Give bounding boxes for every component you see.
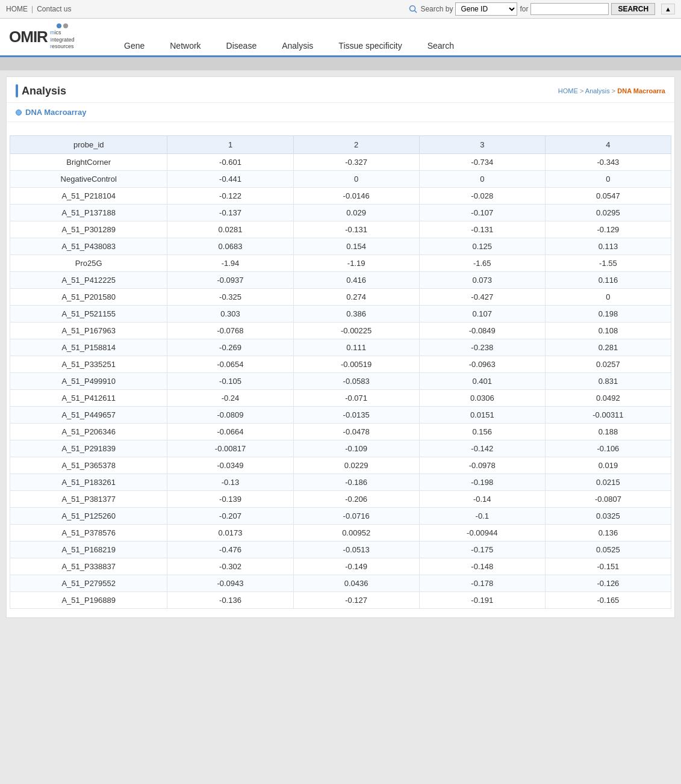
table-header: probe_id 1 2 3 4: [10, 136, 671, 154]
data-cell: -0.151: [545, 558, 671, 575]
data-cell: 0.0229: [293, 457, 419, 474]
probe-cell: A_51_P521155: [10, 306, 167, 323]
data-cell: -0.0849: [419, 323, 545, 339]
data-cell: -0.191: [419, 592, 545, 609]
data-cell: -0.0513: [293, 542, 419, 558]
header-row: probe_id 1 2 3 4: [10, 136, 671, 154]
probe-cell: A_51_P279552: [10, 575, 167, 592]
page-title-bar: Analysis HOME > Analysis > DNA Macroarra: [7, 77, 674, 103]
spacer: [7, 122, 674, 129]
data-cell: -0.00311: [545, 407, 671, 424]
table-row: A_51_P365378-0.03490.0229-0.09780.019: [10, 457, 671, 474]
data-cell: -0.24: [167, 390, 293, 407]
search-select[interactable]: Gene ID Gene Symbol Probe ID: [455, 2, 517, 16]
search-button[interactable]: SEARCH: [611, 3, 655, 15]
data-cell: 0.107: [419, 306, 545, 323]
table-row: BrightCorner-0.601-0.327-0.734-0.343: [10, 154, 671, 171]
data-cell: 0.0173: [167, 525, 293, 542]
data-cell: -0.206: [293, 491, 419, 508]
data-cell: 0.401: [419, 373, 545, 390]
probe-cell: A_51_P365378: [10, 457, 167, 474]
data-cell: 0.156: [419, 424, 545, 440]
table-row: A_51_P125260-0.207-0.0716-0.10.0325: [10, 508, 671, 525]
data-cell: -0.0135: [293, 407, 419, 424]
data-cell: -0.0349: [167, 457, 293, 474]
data-cell: -0.131: [293, 221, 419, 238]
data-cell: 0.00952: [293, 525, 419, 542]
data-cell: -0.0807: [545, 491, 671, 508]
data-cell: -0.0809: [167, 407, 293, 424]
probe-cell: A_51_P301289: [10, 221, 167, 238]
nav-search[interactable]: Search: [424, 36, 458, 57]
breadcrumb-home[interactable]: HOME: [558, 87, 578, 94]
search-label: Search by: [409, 5, 453, 14]
probe-cell: A_51_P335251: [10, 356, 167, 373]
home-link[interactable]: HOME: [6, 5, 28, 13]
probe-cell: BrightCorner: [10, 154, 167, 171]
header-col1: 1: [167, 136, 293, 154]
data-cell: -1.65: [419, 255, 545, 272]
data-cell: 0.0525: [545, 542, 671, 558]
data-cell: -0.325: [167, 289, 293, 306]
data-cell: -0.105: [167, 373, 293, 390]
data-cell: -0.441: [167, 171, 293, 188]
top-bar-links: HOME | Contact us: [6, 5, 72, 13]
scroll-up-button[interactable]: ▲: [661, 4, 675, 14]
data-cell: 0: [545, 171, 671, 188]
probe-cell: A_51_P168219: [10, 542, 167, 558]
table-row: A_51_P381377-0.139-0.206-0.14-0.0807: [10, 491, 671, 508]
divider: |: [31, 5, 33, 13]
data-cell: -0.327: [293, 154, 419, 171]
main-content: Analysis HOME > Analysis > DNA Macroarra…: [6, 76, 675, 618]
data-cell: 0.416: [293, 272, 419, 289]
data-cell: -0.107: [419, 205, 545, 221]
page-title-text: Analysis: [22, 85, 66, 97]
table-row: A_51_P291839-0.00817-0.109-0.142-0.106: [10, 440, 671, 457]
header-probe: probe_id: [10, 136, 167, 154]
data-cell: -0.126: [545, 575, 671, 592]
data-cell: 0.281: [545, 339, 671, 356]
data-cell: 0.0215: [545, 474, 671, 491]
search-input[interactable]: [530, 3, 609, 15]
data-cell: -0.13: [167, 474, 293, 491]
table-row: A_51_P338837-0.302-0.149-0.148-0.151: [10, 558, 671, 575]
data-cell: 0.0306: [419, 390, 545, 407]
data-cell: 0.111: [293, 339, 419, 356]
breadcrumb-section[interactable]: Analysis: [585, 87, 610, 94]
probe-cell: A_51_P201580: [10, 289, 167, 306]
header-col3: 3: [419, 136, 545, 154]
table-row: A_51_P183261-0.13-0.186-0.1980.0215: [10, 474, 671, 491]
data-cell: -0.122: [167, 188, 293, 205]
nav-tissue[interactable]: Tissue specificity: [335, 36, 405, 57]
header: OMIR mics Integrated resources Gene Netw…: [0, 19, 681, 57]
data-cell: 0.0257: [545, 356, 671, 373]
logo-brand: OMIR: [9, 28, 48, 46]
nav-network[interactable]: Network: [166, 36, 204, 57]
data-cell: -0.142: [419, 440, 545, 457]
data-cell: 0.274: [293, 289, 419, 306]
contact-link[interactable]: Contact us: [37, 5, 71, 13]
dot-1: [57, 23, 61, 28]
data-cell: 0.019: [545, 457, 671, 474]
data-cell: -1.19: [293, 255, 419, 272]
data-cell: 0.188: [545, 424, 671, 440]
search-area: Search by Gene ID Gene Symbol Probe ID f…: [409, 2, 655, 16]
probe-cell: A_51_P381377: [10, 491, 167, 508]
data-cell: 0.0547: [545, 188, 671, 205]
logo: OMIR mics Integrated resources: [9, 23, 74, 51]
nav-disease[interactable]: Disease: [223, 36, 261, 57]
data-cell: -0.302: [167, 558, 293, 575]
data-cell: -0.0146: [293, 188, 419, 205]
data-cell: -0.0768: [167, 323, 293, 339]
probe-cell: A_51_P412225: [10, 272, 167, 289]
table-row: A_51_P201580-0.3250.274-0.4270: [10, 289, 671, 306]
nav-analysis[interactable]: Analysis: [278, 36, 317, 57]
dot-2: [63, 23, 68, 28]
data-cell: -0.427: [419, 289, 545, 306]
table-row: A_51_P5211550.3030.3860.1070.198: [10, 306, 671, 323]
probe-cell: NegativeControl: [10, 171, 167, 188]
data-cell: 0.0492: [545, 390, 671, 407]
data-cell: -0.127: [293, 592, 419, 609]
nav-gene[interactable]: Gene: [120, 36, 148, 57]
table-container: probe_id 1 2 3 4 BrightCorner-0.601-0.32…: [7, 129, 674, 615]
